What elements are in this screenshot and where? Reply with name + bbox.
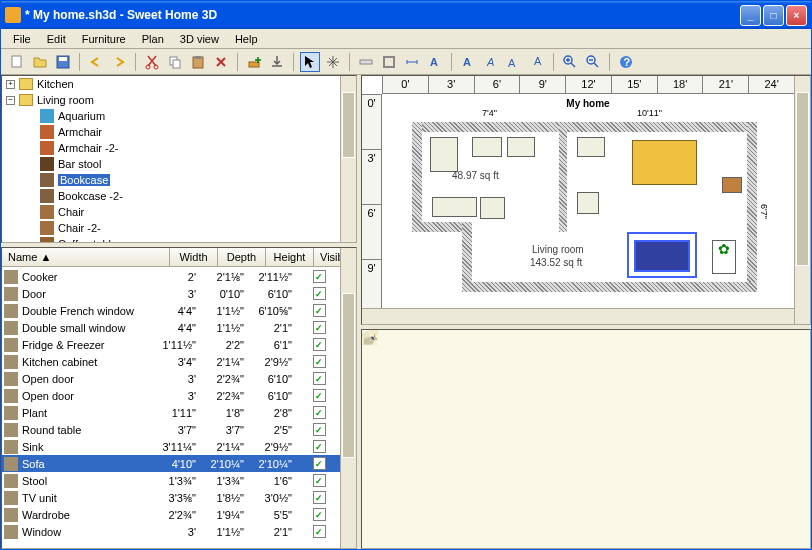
- plan-vscrollbar[interactable]: [794, 76, 810, 324]
- menu-edit[interactable]: Edit: [39, 31, 74, 47]
- pan-tool[interactable]: [323, 52, 343, 72]
- plan-furniture[interactable]: [577, 192, 599, 214]
- room-tool[interactable]: [379, 52, 399, 72]
- zoom-in-button[interactable]: [560, 52, 580, 72]
- undo-button[interactable]: [86, 52, 106, 72]
- visible-checkbox[interactable]: ✓: [313, 338, 326, 351]
- visible-checkbox[interactable]: ✓: [313, 406, 326, 419]
- add-furniture-button[interactable]: [244, 52, 264, 72]
- table-row[interactable]: Plant1'11"1'8"2'8"✓: [2, 404, 340, 421]
- tree-item[interactable]: Bookcase: [58, 174, 110, 186]
- zoom-out-button[interactable]: [583, 52, 603, 72]
- visible-checkbox[interactable]: ✓: [313, 287, 326, 300]
- cut-button[interactable]: [142, 52, 162, 72]
- visible-checkbox[interactable]: ✓: [313, 474, 326, 487]
- tree-item[interactable]: Aquarium: [58, 110, 105, 122]
- plan-furniture[interactable]: [480, 197, 505, 219]
- visible-checkbox[interactable]: ✓: [313, 270, 326, 283]
- visible-checkbox[interactable]: ✓: [313, 491, 326, 504]
- plan-furniture[interactable]: [722, 177, 742, 193]
- col-header-depth[interactable]: Depth: [218, 248, 266, 266]
- table-row[interactable]: Double small window4'4"1'1½"2'1"✓: [2, 319, 340, 336]
- tree-item[interactable]: Coffee table: [58, 238, 117, 243]
- save-button[interactable]: [53, 52, 73, 72]
- text-size-inc-button[interactable]: A: [504, 52, 524, 72]
- plan-view[interactable]: 0'3'6'9'12'15'18'21'24' 0'3'6'9' My home…: [361, 75, 811, 325]
- furniture-catalog-tree[interactable]: +Kitchen −Living room AquariumArmchairAr…: [1, 75, 357, 243]
- furniture-table[interactable]: Name ▲ Width Depth Height Visible Cooker…: [1, 247, 357, 549]
- visible-checkbox[interactable]: ✓: [313, 457, 326, 470]
- tree-node-kitchen[interactable]: Kitchen: [37, 78, 74, 90]
- table-row[interactable]: Door3'0'10"6'10"✓: [2, 285, 340, 302]
- col-header-name[interactable]: Name ▲: [2, 248, 170, 266]
- table-row[interactable]: Fridge & Freezer1'11½"2'2"6'1"✓: [2, 336, 340, 353]
- visible-checkbox[interactable]: ✓: [313, 525, 326, 538]
- plan-plant[interactable]: ✿: [712, 240, 736, 274]
- tree-expand-icon[interactable]: +: [6, 80, 15, 89]
- tree-item[interactable]: Armchair: [58, 126, 102, 138]
- tree-scrollbar[interactable]: [340, 76, 356, 242]
- table-row[interactable]: Wardrobe2'2¾"1'9¼"5'5"✓: [2, 506, 340, 523]
- visible-checkbox[interactable]: ✓: [313, 508, 326, 521]
- table-scrollbar[interactable]: [340, 248, 356, 548]
- import-button[interactable]: [267, 52, 287, 72]
- plan-bed[interactable]: [632, 140, 697, 185]
- tree-item[interactable]: Armchair -2-: [58, 142, 119, 154]
- plan-furniture[interactable]: [507, 137, 535, 157]
- menu-plan[interactable]: Plan: [134, 31, 172, 47]
- plan-sofa-selected[interactable]: [634, 240, 690, 272]
- redo-button[interactable]: [109, 52, 129, 72]
- new-button[interactable]: [7, 52, 27, 72]
- maximize-button[interactable]: □: [763, 5, 784, 26]
- tree-item[interactable]: Bookcase -2-: [58, 190, 123, 202]
- visible-checkbox[interactable]: ✓: [313, 321, 326, 334]
- delete-button[interactable]: [211, 52, 231, 72]
- col-header-height[interactable]: Height: [266, 248, 314, 266]
- table-row[interactable]: Cooker2'2'1⅛"2'11½"✓: [2, 268, 340, 285]
- copy-button[interactable]: [165, 52, 185, 72]
- visible-checkbox[interactable]: ✓: [313, 372, 326, 385]
- minimize-button[interactable]: _: [740, 5, 761, 26]
- visible-checkbox[interactable]: ✓: [313, 389, 326, 402]
- text-italic-button[interactable]: A: [481, 52, 501, 72]
- table-row[interactable]: Round table3'7"3'7"2'5"✓: [2, 421, 340, 438]
- close-button[interactable]: ×: [786, 5, 807, 26]
- menu-help[interactable]: Help: [227, 31, 266, 47]
- visible-checkbox[interactable]: ✓: [313, 355, 326, 368]
- menu-furniture[interactable]: Furniture: [74, 31, 134, 47]
- text-size-dec-button[interactable]: A: [527, 52, 547, 72]
- table-row[interactable]: Sink3'11¼"2'1¼"2'9½"✓: [2, 438, 340, 455]
- tree-node-living-room[interactable]: Living room: [37, 94, 94, 106]
- table-row[interactable]: Kitchen cabinet3'4"2'1¼"2'9½"✓: [2, 353, 340, 370]
- table-row[interactable]: Double French window4'4"1'1½"6'10⅝"✓: [2, 302, 340, 319]
- 3d-view[interactable]: [361, 329, 811, 549]
- table-row[interactable]: Sofa4'10"2'10¼"2'10¼"✓: [2, 455, 340, 472]
- tree-collapse-icon[interactable]: −: [6, 96, 15, 105]
- table-row[interactable]: Window3'1'1½"2'1"✓: [2, 523, 340, 540]
- menu-file[interactable]: File: [5, 31, 39, 47]
- visible-checkbox[interactable]: ✓: [313, 440, 326, 453]
- tree-item[interactable]: Chair: [58, 206, 84, 218]
- plan-furniture[interactable]: [430, 137, 458, 172]
- plan-furniture[interactable]: [472, 137, 502, 157]
- visible-checkbox[interactable]: ✓: [313, 304, 326, 317]
- table-row[interactable]: Open door3'2'2¾"6'10"✓: [2, 370, 340, 387]
- text-tool[interactable]: A: [425, 52, 445, 72]
- text-bold-button[interactable]: A: [458, 52, 478, 72]
- dimension-tool[interactable]: [402, 52, 422, 72]
- col-header-width[interactable]: Width: [170, 248, 218, 266]
- tree-item[interactable]: Bar stool: [58, 158, 101, 170]
- table-row[interactable]: Open door3'2'2¾"6'10"✓: [2, 387, 340, 404]
- table-row[interactable]: Stool1'3¾"1'3¾"1'6"✓: [2, 472, 340, 489]
- select-tool[interactable]: [300, 52, 320, 72]
- paste-button[interactable]: [188, 52, 208, 72]
- plan-hscrollbar[interactable]: [362, 308, 794, 324]
- tree-item[interactable]: Chair -2-: [58, 222, 101, 234]
- plan-furniture[interactable]: [577, 137, 605, 157]
- visible-checkbox[interactable]: ✓: [313, 423, 326, 436]
- table-row[interactable]: TV unit3'3⅝"1'8½"3'0½"✓: [2, 489, 340, 506]
- help-button[interactable]: ?: [616, 52, 636, 72]
- wall-tool[interactable]: [356, 52, 376, 72]
- menu-3dview[interactable]: 3D view: [172, 31, 227, 47]
- open-button[interactable]: [30, 52, 50, 72]
